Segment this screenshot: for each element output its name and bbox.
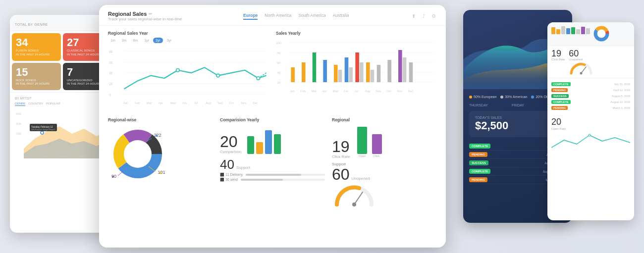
svg-rect-56 xyxy=(355,52,359,82)
small-badge-1: COMPLETE xyxy=(551,82,571,86)
tab-country[interactable]: COUNTRY xyxy=(28,102,43,106)
svg-point-24 xyxy=(216,74,220,77)
sales-yearly-block: Sales Yearly 100 80 60 40 20 xyxy=(276,31,437,112)
svg-rect-93 xyxy=(265,130,272,154)
delivery-bar-fill xyxy=(246,174,301,176)
header-icons: ⬆ ⤴ ⚙ xyxy=(410,13,437,20)
support-label: Support xyxy=(236,165,250,170)
legend-dot-american xyxy=(500,96,503,99)
device-small-right: 19 Click Rate 60 Unopened COMPLETE July … xyxy=(547,22,634,220)
gauge-svg xyxy=(332,182,376,207)
svg-text:40: 40 xyxy=(109,71,113,75)
regional-wise-title: Regional-wise xyxy=(108,117,213,122)
svg-rect-54 xyxy=(345,57,349,82)
comparison-label: Comparison xyxy=(220,150,241,154)
period-3yr[interactable]: 3yr xyxy=(164,38,174,43)
svg-rect-58 xyxy=(366,62,370,82)
status-badge-1: COMPLETE xyxy=(469,144,490,149)
regional-sales-year-block: Regional Sales Year 1m 3m 6m 1yr 2yr 3yr xyxy=(108,31,269,112)
svg-text:300k: 300k xyxy=(16,122,21,125)
svg-point-3 xyxy=(41,131,44,134)
tile-uncategorized-num: 7 xyxy=(67,67,73,78)
small-right-header xyxy=(547,22,634,46)
svg-rect-96 xyxy=(372,134,382,154)
support-num: 40 xyxy=(220,158,234,171)
unopened-section: Support 60 Unopened xyxy=(332,162,437,209)
svg-rect-57 xyxy=(360,62,364,82)
period-3m[interactable]: 3m xyxy=(119,38,129,43)
legend-american: 30% American xyxy=(500,95,527,99)
tab-europe[interactable]: Europe xyxy=(243,13,258,20)
period-2yr[interactable]: 2yr xyxy=(153,38,163,43)
delivery-item: ⬛ 11 Delivery xyxy=(220,173,325,177)
tiles-grid: 34 FUSION SONGSin the past 24 hours 27 C… xyxy=(10,31,114,92)
svg-rect-62 xyxy=(398,50,402,82)
center-nav-tabs[interactable]: Europe North America South America Austr… xyxy=(243,13,349,20)
small-status-row-2: PENDING April 12, 2016 xyxy=(551,87,630,93)
click-rate-label: Click Rate xyxy=(332,154,350,159)
pencil-icon: ✏ xyxy=(149,11,153,16)
support-section: 40 Support ⬛ 11 Delivery ⬛ 30 send xyxy=(220,158,325,182)
upload-icon[interactable]: ⬆ xyxy=(410,13,417,20)
svg-text:Jun: Jun xyxy=(344,90,349,93)
small-date-2: April 12, 2016 xyxy=(613,89,630,92)
svg-text:100k: 100k xyxy=(16,132,21,135)
small-click-rate-label: Click Rate xyxy=(551,58,565,61)
tab-genre[interactable]: GENRE xyxy=(15,102,25,106)
small-badge-4: COMPLETE xyxy=(551,100,571,104)
svg-text:60: 60 xyxy=(109,61,113,64)
small-status-section: COMPLETE July 31, 2016 PENDING April 12,… xyxy=(547,78,634,114)
period-buttons[interactable]: 1m 3m 6m 1yr 2yr 3yr xyxy=(108,38,269,43)
tab-australia[interactable]: Australia xyxy=(332,13,349,20)
comparison-metric: 20 Comparison xyxy=(220,134,241,154)
tab-south-america[interactable]: South America xyxy=(298,13,325,20)
comparison-title: Comparision Yearly xyxy=(220,117,325,122)
tile-classical-label: CLASSICAL SONGSin the past 24 hours xyxy=(67,49,101,57)
svg-rect-64 xyxy=(409,62,413,82)
left-chart-tabs[interactable]: GENRE COUNTRY POPULAR xyxy=(15,102,109,106)
send-bar-fill xyxy=(241,179,283,181)
small-status-row-1: COMPLETE July 31, 2016 xyxy=(551,81,630,87)
small-click-rate: 19 Click Rate xyxy=(551,49,565,75)
tile-fusion-label: FUSION SONGSin the past 24 hours xyxy=(16,49,50,57)
svg-rect-94 xyxy=(274,134,281,154)
regional-sales-year-title: Regional Sales Year xyxy=(108,31,269,36)
svg-rect-51 xyxy=(323,60,327,82)
svg-point-90 xyxy=(112,176,114,178)
day-friday: FRIDAY xyxy=(512,103,524,107)
period-6m[interactable]: 6m xyxy=(130,38,140,43)
small-date-3: August 5, 2016 xyxy=(612,95,630,98)
svg-point-81 xyxy=(124,140,152,168)
tab-popular[interactable]: POPULAR xyxy=(46,102,60,106)
svg-text:Nov: Nov xyxy=(397,90,403,93)
svg-text:200 Passion Songs Played: 200 Passion Songs Played xyxy=(31,128,55,131)
svg-text:Jan: Jan xyxy=(290,90,295,93)
delivery-bar-track xyxy=(246,174,325,176)
donut-chart-svg: 222 101 90 xyxy=(108,124,167,184)
svg-text:20: 20 xyxy=(109,82,113,86)
small-gauge-svg xyxy=(569,61,593,75)
period-1m[interactable]: 1m xyxy=(108,38,118,43)
svg-rect-55 xyxy=(349,67,353,82)
small-status-row-5: PENDING March 1, 2016 xyxy=(551,105,630,111)
status-badge-4: COMPLETE xyxy=(469,169,490,174)
svg-line-89 xyxy=(118,171,123,176)
svg-rect-107 xyxy=(581,27,585,34)
svg-point-87 xyxy=(160,172,161,174)
svg-point-112 xyxy=(597,30,605,38)
svg-text:FEB: FEB xyxy=(42,155,47,158)
svg-rect-60 xyxy=(377,65,381,82)
left-chart-title: BY ARTIST xyxy=(15,97,109,100)
svg-rect-53 xyxy=(338,70,342,82)
small-date-4: August 12, 2016 xyxy=(610,101,630,103)
period-1yr[interactable]: 1yr xyxy=(142,38,152,43)
svg-rect-105 xyxy=(571,27,575,34)
tile-rock-label: ROCK SONGSin the past 24 hours xyxy=(16,79,50,87)
status-badge-2: PENDING xyxy=(469,152,487,157)
settings-icon[interactable]: ⚙ xyxy=(430,13,437,20)
svg-rect-103 xyxy=(561,26,565,34)
share-icon[interactable]: ⤴ xyxy=(420,13,427,20)
regional-wise-block: Regional-wise 222 101 xyxy=(108,117,213,209)
tab-north-america[interactable]: North America xyxy=(265,13,291,20)
tile-classical-num: 27 xyxy=(67,37,79,48)
